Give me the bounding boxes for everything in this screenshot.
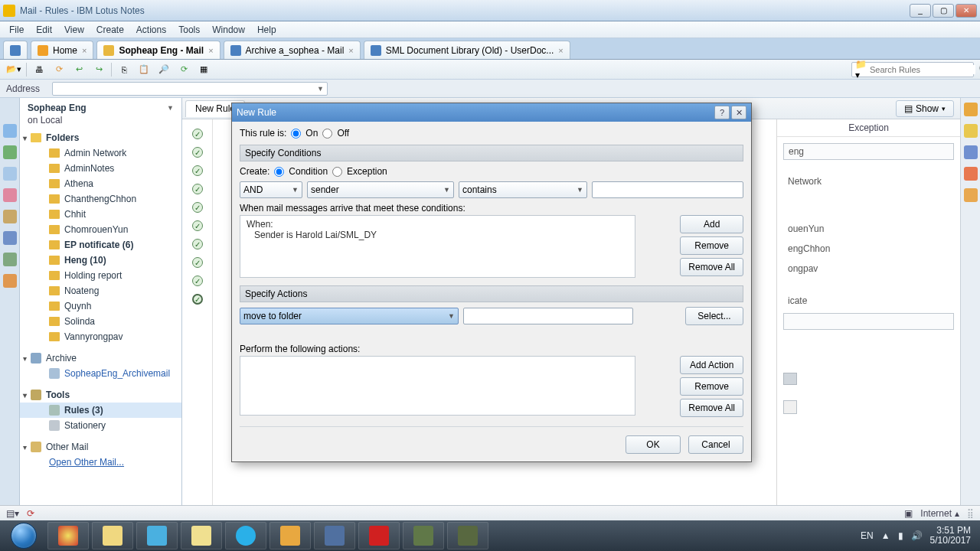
exception-radio[interactable]: [332, 167, 342, 177]
folders-root[interactable]: ▾ Folders: [20, 130, 181, 145]
dialog-close-button[interactable]: ✕: [731, 106, 746, 119]
cancel-button[interactable]: Cancel: [688, 435, 743, 454]
check-icon[interactable]: ✓: [192, 294, 203, 305]
archive-root[interactable]: ▾ Archive: [20, 350, 181, 366]
tab-mail[interactable]: Sopheap Eng - Mail ×: [96, 41, 220, 59]
rule-off-radio[interactable]: [322, 129, 332, 139]
menu-create[interactable]: Create: [90, 23, 130, 37]
folder-item[interactable]: Vannyrongpav: [20, 329, 181, 344]
taskbar-explorer[interactable]: [92, 522, 133, 549]
grid-icon[interactable]: ▦: [196, 62, 211, 77]
tab-home[interactable]: Home ×: [31, 41, 93, 59]
logic-select[interactable]: AND▼: [240, 181, 302, 198]
status-menu-icon[interactable]: ▤▾: [6, 508, 19, 519]
menu-tools[interactable]: Tools: [172, 23, 206, 37]
taskbar-app[interactable]: [270, 522, 311, 549]
folder-item[interactable]: Holding report: [20, 268, 181, 283]
close-icon[interactable]: ×: [208, 46, 213, 55]
rules-item[interactable]: Rules (3): [20, 403, 181, 418]
minimize-button[interactable]: _: [910, 4, 931, 18]
show-button[interactable]: ▤Show▾: [896, 100, 954, 117]
system-tray[interactable]: EN ▲ ▮ 🔊 3:51 PM 5/10/2017: [854, 526, 977, 546]
check-icon[interactable]: ✓: [192, 129, 203, 139]
dialog-titlebar[interactable]: New Rule ? ✕: [232, 103, 751, 122]
address-input[interactable]: ▼: [52, 82, 328, 96]
folder-item[interactable]: Admin Network: [20, 145, 181, 161]
taskbar-pdf[interactable]: [358, 522, 400, 549]
check-icon[interactable]: ✓: [192, 220, 203, 231]
menu-file[interactable]: File: [3, 23, 30, 37]
menu-actions[interactable]: Actions: [130, 23, 172, 37]
taskbar-app[interactable]: [403, 522, 444, 549]
print-icon[interactable]: 🖶: [31, 62, 47, 77]
folder-item[interactable]: Heng (10): [20, 253, 181, 268]
check-icon[interactable]: ✓: [192, 276, 203, 286]
removeall-actions-button[interactable]: Remove All: [680, 399, 743, 417]
folder-item[interactable]: ChanthengChhon: [20, 191, 181, 207]
shortcut-icon[interactable]: [964, 103, 978, 116]
taskbar-app[interactable]: [447, 522, 488, 549]
check-icon[interactable]: ✓: [192, 239, 203, 249]
open-icon[interactable]: 📂▾: [6, 62, 21, 77]
search-icon[interactable]: 🔎: [156, 62, 172, 77]
shortcut-icon[interactable]: [3, 188, 17, 202]
folder-item[interactable]: AdminNotes: [20, 161, 181, 176]
close-icon[interactable]: ×: [348, 46, 353, 55]
folder-item[interactable]: Athena: [20, 176, 181, 191]
ok-button[interactable]: OK: [626, 435, 681, 454]
chevron-down-icon[interactable]: ▼: [317, 85, 324, 93]
operator-select[interactable]: contains▼: [459, 181, 587, 198]
tray-network-icon[interactable]: ▮: [898, 530, 903, 541]
shortcut-icon[interactable]: [3, 124, 17, 138]
stationery-item[interactable]: Stationery: [20, 418, 181, 433]
small-box[interactable]: [783, 400, 797, 414]
forward-icon[interactable]: ↪: [91, 62, 106, 77]
check-icon[interactable]: ✓: [192, 147, 203, 158]
help-button[interactable]: ?: [714, 106, 730, 119]
tab-doclib[interactable]: SML Document Library (Old) - UserDoc... …: [364, 41, 570, 59]
menu-window[interactable]: Window: [206, 23, 251, 37]
folder-item[interactable]: EP notificate (6): [20, 237, 181, 253]
othermail-root[interactable]: ▾ Other Mail: [20, 439, 181, 455]
action-folder-input[interactable]: [463, 308, 633, 324]
folder-item[interactable]: ChomrouenYun: [20, 222, 181, 237]
tray-flag-icon[interactable]: ▲: [881, 530, 890, 541]
slider-handle[interactable]: [783, 373, 797, 385]
security-icon[interactable]: ▣: [904, 508, 913, 519]
sync-icon[interactable]: ⟳: [176, 62, 191, 77]
shortcut-icon[interactable]: [3, 103, 17, 116]
tab-archive[interactable]: Archive a_sophea - Mail ×: [224, 41, 361, 59]
taskbar-notes[interactable]: [181, 522, 222, 549]
exception-input[interactable]: [783, 313, 954, 330]
open-other-mail-link[interactable]: Open Other Mail...: [20, 455, 181, 470]
condition-value-input[interactable]: [592, 181, 743, 198]
collapse-icon[interactable]: ▾: [23, 354, 31, 363]
menu-edit[interactable]: Edit: [30, 23, 58, 37]
check-icon[interactable]: ✓: [192, 165, 203, 176]
removeall-conditions-button[interactable]: Remove All: [680, 258, 743, 276]
collapse-icon[interactable]: ▾: [23, 391, 31, 399]
add-condition-button[interactable]: Add: [680, 215, 743, 233]
tools-root[interactable]: ▾ Tools: [20, 387, 181, 403]
collapse-icon[interactable]: ▾: [23, 443, 31, 452]
connection-status[interactable]: Internet ▴: [920, 508, 959, 519]
shortcut-icon[interactable]: [964, 188, 978, 202]
shortcut-icon[interactable]: [3, 167, 17, 181]
condition-radio[interactable]: [274, 167, 284, 177]
taskbar-app[interactable]: [314, 522, 355, 549]
remove-condition-button[interactable]: Remove: [680, 236, 743, 255]
paste-icon[interactable]: 📋: [136, 62, 152, 77]
shortcut-icon[interactable]: [3, 274, 17, 288]
reply-icon[interactable]: ↩: [71, 62, 87, 77]
close-icon[interactable]: ×: [558, 46, 563, 55]
actions-list[interactable]: [240, 356, 635, 416]
folder-item[interactable]: Solinda: [20, 314, 181, 329]
shortcut-icon[interactable]: [964, 145, 978, 159]
shortcut-icon[interactable]: [964, 124, 978, 138]
folder-item[interactable]: Quynh: [20, 298, 181, 314]
sync-status-icon[interactable]: ⟳: [27, 508, 34, 519]
check-icon[interactable]: ✓: [192, 202, 203, 213]
folder-item[interactable]: Chhit: [20, 207, 181, 222]
shortcut-icon[interactable]: [3, 253, 17, 266]
tray-sound-icon[interactable]: 🔊: [911, 530, 923, 541]
